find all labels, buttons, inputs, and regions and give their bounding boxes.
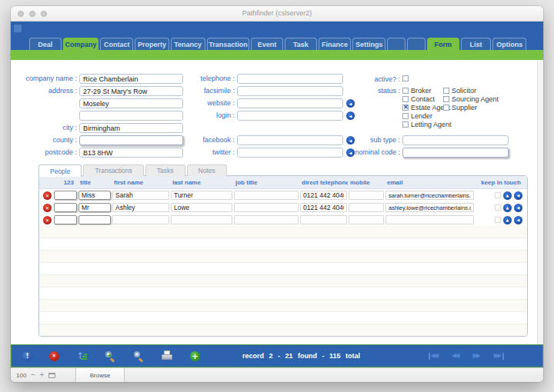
facebook-input[interactable]	[237, 135, 343, 145]
last-record-icon[interactable]: ▶▶	[494, 352, 504, 360]
company-name-input[interactable]	[79, 74, 183, 84]
sub-type-input[interactable]	[402, 135, 509, 145]
address-line2-input[interactable]	[79, 98, 183, 108]
layout-toggle-icon[interactable]	[48, 373, 55, 378]
delete-person-icon[interactable]	[43, 191, 52, 200]
tab-people[interactable]: People	[38, 164, 82, 177]
postcode-input[interactable]	[79, 148, 183, 158]
last-name-input[interactable]	[171, 203, 232, 212]
tab-property[interactable]: Property	[135, 38, 169, 50]
tab-finance[interactable]: Finance	[319, 38, 352, 50]
last-name-input[interactable]	[171, 191, 232, 200]
status-sourcing-agent[interactable]: Sourcing Agent	[443, 95, 499, 103]
open-person-icon[interactable]	[514, 204, 522, 212]
close-window-button[interactable]	[18, 11, 24, 17]
address-line3-input[interactable]	[79, 111, 183, 121]
open-person-icon[interactable]	[514, 191, 522, 200]
email-input[interactable]	[385, 203, 474, 212]
status-lender[interactable]: Lender	[402, 112, 432, 120]
contact-checkbox[interactable]	[402, 96, 409, 102]
address-line1-input[interactable]	[79, 86, 183, 96]
tab-settings[interactable]: Settings	[352, 38, 385, 50]
delete-record-icon[interactable]	[49, 351, 59, 361]
minimize-window-button[interactable]	[29, 11, 35, 17]
tab-form[interactable]: Form	[427, 38, 459, 51]
job-title-input[interactable]	[234, 215, 299, 224]
status-contact[interactable]: Contact	[402, 95, 435, 103]
person-title-input[interactable]	[78, 215, 111, 224]
login-input[interactable]	[237, 111, 343, 121]
county-input[interactable]	[79, 135, 183, 145]
person-title-input[interactable]	[78, 191, 111, 200]
estate-agent-checkbox[interactable]	[402, 105, 409, 111]
direct-telephone-input[interactable]	[300, 203, 347, 212]
status-letting-agent[interactable]: Letting Agent	[402, 121, 452, 128]
maximize-window-button[interactable]	[41, 11, 47, 17]
print-icon[interactable]	[161, 350, 173, 361]
login-go-icon[interactable]	[346, 111, 355, 120]
promote-person-icon[interactable]	[503, 204, 512, 212]
tab-transaction[interactable]: Transaction	[207, 38, 250, 50]
status-supplier[interactable]: Supplier	[443, 104, 477, 111]
tab-task[interactable]: Task	[285, 38, 317, 50]
tab-blank-1[interactable]	[387, 38, 405, 50]
lender-checkbox[interactable]	[402, 113, 409, 119]
zoom-out-icon[interactable]: −	[30, 371, 35, 379]
promote-person-icon[interactable]	[503, 216, 512, 224]
mobile-input[interactable]	[349, 203, 384, 212]
find-icon[interactable]: +	[104, 350, 115, 362]
telephone-input[interactable]	[237, 74, 343, 84]
nominal-code-input[interactable]	[402, 148, 509, 158]
last-name-input[interactable]	[171, 215, 232, 224]
tab-notes[interactable]: Notes	[187, 164, 227, 176]
person-title-input[interactable]	[78, 203, 111, 212]
previous-records-icon[interactable]: ◀◀	[452, 352, 458, 360]
person-number-input[interactable]	[54, 191, 77, 200]
status-broker[interactable]: Broker	[402, 87, 432, 95]
email-input[interactable]	[385, 191, 474, 200]
keep-in-touch-checkbox[interactable]	[495, 192, 501, 198]
status-solicitor[interactable]: Solicitor	[443, 87, 476, 95]
person-number-input[interactable]	[54, 203, 77, 212]
delete-person-icon[interactable]	[43, 204, 52, 212]
info-icon[interactable]	[22, 351, 32, 361]
solicitor-checkbox[interactable]	[443, 88, 449, 94]
mobile-input[interactable]	[349, 191, 384, 200]
search-icon[interactable]	[132, 350, 144, 362]
next-records-icon[interactable]: ▶▶	[472, 352, 479, 360]
tab-list[interactable]: List	[461, 38, 492, 50]
sort-icon[interactable]: ↑	[76, 350, 87, 361]
tab-contact[interactable]: Contact	[100, 38, 133, 50]
tab-tenancy[interactable]: Tenancy	[171, 38, 205, 50]
tab-options[interactable]: Options	[492, 38, 526, 50]
direct-telephone-input[interactable]	[300, 215, 347, 224]
tab-company[interactable]: Company	[63, 38, 99, 51]
website-input[interactable]	[237, 98, 343, 108]
first-record-icon[interactable]: ◀◀	[429, 352, 437, 360]
window-titlebar[interactable]: Pathfinder (cslserver2)	[11, 6, 543, 22]
letting-agent-checkbox[interactable]	[402, 121, 409, 128]
keep-in-touch-checkbox[interactable]	[495, 204, 501, 211]
zoom-level[interactable]: 100	[16, 372, 26, 379]
zoom-in-icon[interactable]: +	[39, 371, 45, 379]
supplier-checkbox[interactable]	[443, 105, 449, 111]
city-input[interactable]	[79, 123, 183, 133]
job-title-input[interactable]	[234, 203, 299, 212]
active-checkbox[interactable]	[402, 75, 409, 81]
open-person-icon[interactable]	[514, 216, 522, 224]
tab-deal[interactable]: Deal	[29, 38, 62, 50]
first-name-input[interactable]	[112, 215, 169, 224]
mode-selector[interactable]: Browse	[75, 368, 125, 383]
twitter-input[interactable]	[237, 148, 343, 158]
first-name-input[interactable]	[112, 203, 169, 212]
tab-tasks[interactable]: Tasks	[145, 164, 185, 176]
delete-person-icon[interactable]	[43, 216, 52, 224]
tab-blank-2[interactable]	[407, 38, 426, 50]
new-record-icon[interactable]	[190, 351, 200, 361]
sourcing-agent-checkbox[interactable]	[443, 96, 449, 102]
mobile-input[interactable]	[349, 215, 384, 224]
tab-transactions[interactable]: Transactions	[83, 164, 143, 176]
facsimile-input[interactable]	[237, 86, 343, 96]
website-go-icon[interactable]	[346, 99, 355, 108]
job-title-input[interactable]	[234, 191, 299, 200]
